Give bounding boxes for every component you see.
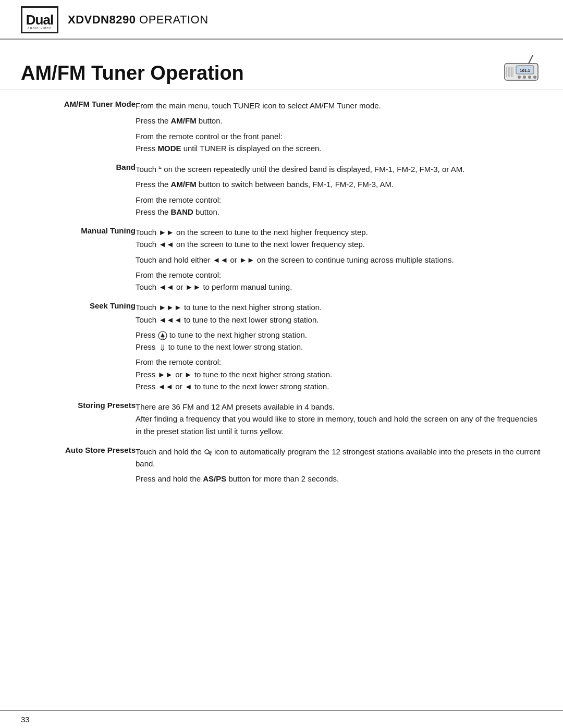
manual-p3: From the remote control:Touch ◄◄ or ►► t… [136, 269, 542, 293]
operation-table: AM/FM Tuner Mode From the main menu, tou… [21, 95, 542, 489]
page-title: AM/FM Tuner Operation [21, 63, 244, 84]
section-label: OPERATION [139, 13, 208, 26]
row-storing-presets: Storing Presets There are 36 FM and 12 A… [21, 397, 542, 441]
content-band: Touch ⦛ on the screen repeatedly until t… [136, 158, 542, 222]
band-p2: Press the AM/FM button to switch between… [136, 178, 542, 190]
label-amfm-tuner-mode: AM/FM Tuner Mode [21, 95, 136, 158]
label-storing-presets: Storing Presets [21, 397, 136, 441]
row-auto-store-presets: Auto Store Presets Touch and hold the ic… [21, 441, 542, 489]
radio-icon: 101.1 [500, 51, 542, 82]
header-title: XDVDN8290 OPERATION [68, 13, 209, 27]
row-band: Band Touch ⦛ on the screen repeatedly un… [21, 158, 542, 222]
label-band: Band [21, 158, 136, 222]
svg-point-17 [205, 450, 209, 454]
svg-text:⇓: ⇓ [158, 343, 165, 352]
autostore-p1: Touch and hold the icon to automatically… [136, 446, 542, 470]
row-amfm-tuner-mode: AM/FM Tuner Mode From the main menu, tou… [21, 95, 542, 158]
amfm-p1: From the main menu, touch TUNER icon to … [136, 100, 542, 112]
content-storing-presets: There are 36 FM and 12 AM presets availa… [136, 397, 542, 441]
seek-p2: Press N to tune to the next higher stron… [136, 329, 542, 353]
manual-p2: Touch and hold either ◄◄ or ►► on the sc… [136, 254, 542, 266]
up-seek-icon: N [158, 331, 167, 340]
svg-text:N: N [162, 337, 164, 340]
main-content: AM/FM Tuner Mode From the main menu, tou… [0, 90, 563, 505]
content-manual-tuning: Touch ►► on the screen to tune to the ne… [136, 222, 542, 297]
content-amfm-tuner-mode: From the main menu, touch TUNER icon to … [136, 95, 542, 158]
logo-subtitle: audio·video [28, 26, 52, 30]
band-p1: Touch ⦛ on the screen repeatedly until t… [136, 163, 542, 175]
content-seek-tuning: Touch ►►► to tune to the next higher str… [136, 297, 542, 397]
content-auto-store-presets: Touch and hold the icon to automatically… [136, 441, 542, 489]
amfm-p2: Press the AM/FM button. [136, 115, 542, 127]
svg-text:101.1: 101.1 [520, 68, 531, 73]
model-number: XDVDN8290 [68, 13, 139, 26]
seek-p3: From the remote control:Press ►► or ► to… [136, 356, 542, 392]
label-seek-tuning: Seek Tuning [21, 297, 136, 397]
svg-point-12 [533, 76, 536, 79]
page-title-area: AM/FM Tuner Operation 101.1 [0, 40, 563, 90]
row-manual-tuning: Manual Tuning Touch ►► on the screen to … [21, 222, 542, 297]
storing-p1: There are 36 FM and 12 AM presets availa… [136, 401, 542, 437]
page-number: 33 [21, 715, 30, 724]
autostore-p2: Press and hold the AS/PS button for more… [136, 473, 542, 485]
key-icon [204, 448, 212, 456]
logo-text: Dual [26, 12, 53, 28]
page-header: Dual audio·video XDVDN8290 OPERATION [0, 0, 563, 40]
label-manual-tuning: Manual Tuning [21, 222, 136, 297]
band-p3: From the remote control:Press the BAND b… [136, 194, 542, 218]
manual-p1: Touch ►► on the screen to tune to the ne… [136, 226, 542, 251]
svg-point-10 [523, 76, 526, 79]
amfm-p3: From the remote control or the front pan… [136, 130, 542, 155]
svg-point-11 [528, 76, 531, 79]
svg-point-9 [518, 76, 521, 79]
page-footer: 33 [0, 710, 563, 728]
row-seek-tuning: Seek Tuning Touch ►►► to tune to the nex… [21, 297, 542, 397]
down-seek-icon: ⇓ [158, 343, 166, 352]
brand-logo: Dual audio·video [21, 6, 58, 33]
label-auto-store-presets: Auto Store Presets [21, 441, 136, 489]
svg-line-19 [210, 453, 211, 454]
seek-p1: Touch ►►► to tune to the next higher str… [136, 301, 542, 326]
